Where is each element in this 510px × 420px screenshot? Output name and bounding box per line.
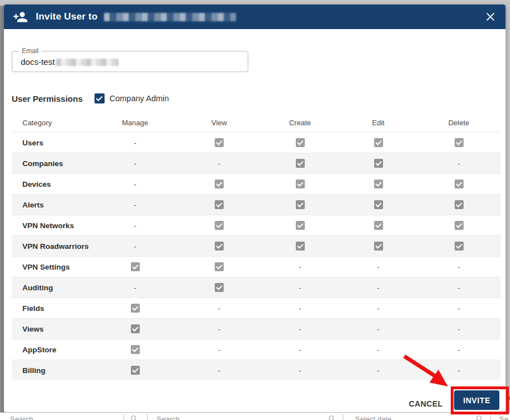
column-divider — [490, 414, 491, 420]
disabled-checked-checkbox-icon — [296, 180, 305, 188]
table-row: Companies --- — [12, 153, 500, 173]
category-cell: Alerts — [12, 201, 92, 209]
permission-cell — [339, 138, 417, 148]
email-field[interactable]: Email docs-test — [12, 51, 248, 72]
permission-cell: - — [92, 201, 178, 209]
permission-cell: - — [178, 346, 261, 354]
checked-checkbox-icon[interactable] — [95, 93, 105, 103]
company-admin-toggle[interactable]: Company Admin — [95, 93, 169, 103]
permission-cell: - — [261, 284, 339, 292]
permission-cell: - — [417, 284, 500, 292]
permission-cell — [178, 180, 261, 189]
table-row: Users - — [12, 132, 500, 153]
column-header: Delete — [417, 119, 500, 127]
underlying-filter-row: Search Search Select date Se — [0, 412, 510, 420]
category-cell: VPN Settings — [12, 263, 92, 271]
table-row: AppStore ---- — [12, 339, 500, 360]
disabled-checked-checkbox-icon — [374, 138, 383, 147]
invite-button[interactable]: INVITE — [454, 390, 499, 410]
permissions-header: User Permissions Company Admin — [12, 93, 169, 103]
company-admin-label: Company Admin — [110, 94, 169, 103]
table-row: Devices - — [12, 173, 500, 194]
table-row: Auditing ---- — [12, 277, 500, 298]
redacted-email-domain — [56, 59, 119, 66]
permission-cell: - — [261, 366, 339, 375]
category-cell: Users — [12, 139, 92, 147]
permission-cell — [339, 180, 417, 189]
permission-cell: - — [417, 346, 500, 354]
permission-cell: - — [92, 139, 178, 147]
permission-cell — [92, 304, 178, 313]
permission-cell: - — [417, 304, 500, 313]
table-row: Alerts - — [12, 194, 500, 215]
permission-cell — [178, 283, 261, 292]
permission-cell — [92, 262, 178, 272]
disabled-checked-checkbox-icon — [131, 304, 140, 313]
permission-cell: - — [339, 284, 417, 292]
disabled-checked-checkbox-icon — [215, 242, 224, 251]
permission-cell: - — [178, 325, 261, 333]
permission-cell — [92, 366, 178, 375]
search-icon[interactable] — [329, 416, 334, 420]
cancel-button[interactable]: CANCEL — [403, 395, 448, 413]
permission-cell: - — [339, 325, 417, 333]
disabled-checked-checkbox-icon — [131, 345, 140, 354]
permission-cell — [261, 242, 339, 251]
permission-cell — [339, 159, 417, 168]
permissions-table-header: CategoryManageViewCreateEditDelete — [12, 114, 500, 132]
date-input[interactable]: Select date — [355, 415, 391, 420]
search-icon[interactable] — [131, 416, 136, 420]
permissions-section-title: User Permissions — [12, 94, 83, 103]
permission-cell: - — [261, 263, 339, 271]
permission-cell: - — [339, 263, 417, 271]
permission-cell: - — [339, 304, 417, 313]
disabled-checked-checkbox-icon — [215, 221, 224, 230]
permission-cell — [339, 242, 417, 251]
search-icon[interactable] — [476, 416, 481, 420]
disabled-checked-checkbox-icon — [455, 221, 464, 230]
permission-cell — [261, 159, 339, 168]
permission-cell: - — [92, 221, 178, 230]
permissions-table-body: Users - Companies --- Devices - Alerts -… — [12, 132, 500, 380]
email-value-text: docs-test — [21, 57, 55, 67]
disabled-checked-checkbox-icon — [455, 180, 464, 188]
disabled-checked-checkbox-icon — [374, 200, 383, 209]
dialog-title: Invite User to — [36, 11, 236, 22]
redacted-company-name — [104, 13, 236, 21]
column-header: Category — [12, 119, 92, 127]
category-cell: Billing — [12, 366, 92, 375]
dialog-header: Invite User to — [4, 4, 506, 29]
table-row: VPN Settings --- — [12, 256, 500, 277]
category-cell: Devices — [12, 180, 92, 188]
category-cell: Views — [12, 325, 92, 333]
search-input[interactable]: Search — [157, 415, 180, 420]
dialog-title-text: Invite User to — [36, 11, 98, 22]
permission-cell: - — [178, 159, 261, 168]
permission-cell — [417, 242, 500, 251]
permission-cell — [417, 138, 500, 148]
permission-cell: - — [261, 346, 339, 354]
permission-cell — [178, 242, 261, 251]
disabled-checked-checkbox-icon — [215, 180, 224, 188]
category-cell: VPN Networks — [12, 221, 92, 230]
table-row: Views ---- — [12, 318, 500, 339]
permission-cell — [261, 138, 339, 148]
disabled-checked-checkbox-icon — [131, 366, 140, 375]
permission-cell: - — [339, 366, 417, 375]
partial-text: Se — [499, 415, 508, 420]
permission-cell — [178, 221, 261, 230]
disabled-checked-checkbox-icon — [296, 200, 305, 209]
permission-cell — [339, 221, 417, 230]
search-input[interactable]: Search — [10, 415, 33, 420]
disabled-checked-checkbox-icon — [215, 283, 224, 292]
permission-cell — [261, 221, 339, 230]
permission-cell: - — [178, 304, 261, 313]
disabled-checked-checkbox-icon — [215, 262, 224, 271]
column-divider — [343, 414, 343, 420]
permission-cell: - — [92, 159, 178, 168]
close-icon[interactable] — [484, 11, 497, 23]
disabled-checked-checkbox-icon — [455, 200, 464, 209]
email-input[interactable]: docs-test — [21, 51, 119, 72]
permission-cell: - — [417, 366, 500, 375]
permission-cell — [339, 200, 417, 210]
